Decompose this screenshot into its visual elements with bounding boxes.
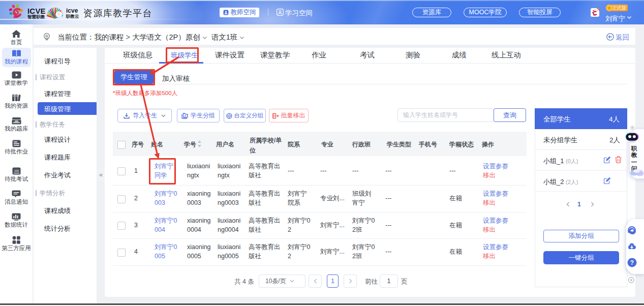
svg-text:R: R [185, 114, 187, 117]
svg-text:100: 100 [14, 169, 18, 172]
svg-text:?: ? [630, 259, 634, 266]
